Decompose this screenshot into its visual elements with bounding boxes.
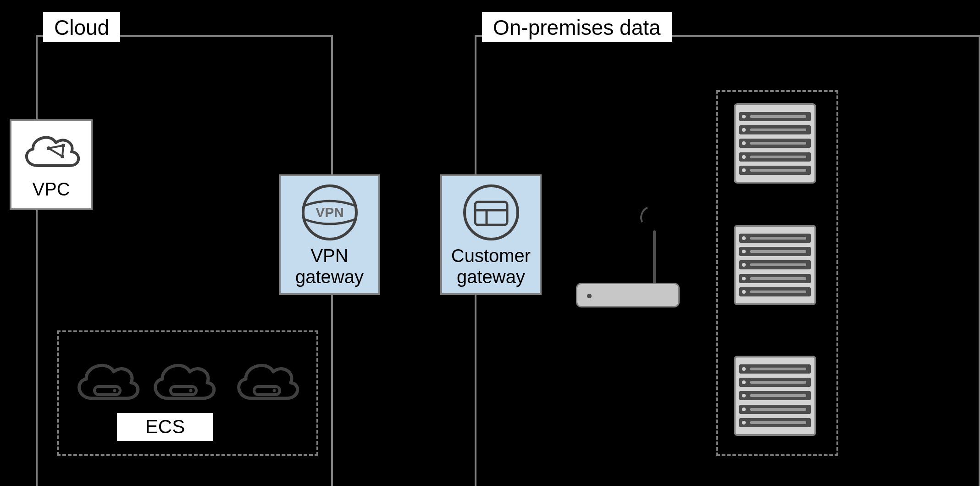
svg-point-12: [189, 389, 193, 392]
gateway-window-icon: [461, 183, 521, 242]
ecs-cloud-icon: [148, 356, 216, 411]
server-rack-unit: [739, 378, 811, 387]
ecs-group-label: ECS: [117, 413, 213, 441]
router-antenna-icon: [653, 230, 656, 285]
router: [576, 202, 681, 307]
svg-point-10: [113, 389, 116, 392]
customer-gateway-label-1: Customer: [451, 245, 531, 266]
router-led-icon: [587, 294, 592, 298]
vpn-gateway-label-1: VPN: [310, 245, 348, 266]
ecs-cloud-icon: [231, 356, 300, 411]
svg-point-14: [273, 389, 276, 392]
svg-rect-9: [94, 386, 120, 395]
server-rack-unit: [739, 274, 811, 283]
customer-gateway-label-2: gateway: [457, 266, 525, 287]
vpc-cloud-icon: [19, 130, 83, 176]
ecs-instance-3: [231, 356, 300, 411]
diagram-canvas: Cloud On-premises data VPC VPN VPN gatew…: [0, 0, 980, 486]
ecs-instance-1: [72, 356, 140, 411]
vpn-gateway-label-2: gateway: [295, 266, 364, 287]
server-rack-1: [734, 103, 816, 184]
server-rack-unit: [739, 405, 811, 414]
ecs-instance-2: [148, 356, 216, 411]
vpc-node: VPC: [10, 119, 93, 210]
server-rack-unit: [739, 287, 811, 296]
svg-rect-11: [171, 386, 196, 395]
vpc-label: VPC: [32, 179, 70, 200]
server-rack-unit: [739, 139, 811, 148]
server-rack-unit: [739, 152, 811, 162]
server-rack-3: [734, 356, 816, 436]
server-rack-unit: [739, 260, 811, 269]
server-rack-2: [734, 225, 816, 305]
ecs-cloud-icon: [72, 356, 140, 411]
svg-rect-13: [254, 386, 280, 395]
server-rack-unit: [739, 166, 811, 175]
svg-rect-6: [475, 202, 507, 225]
onprem-region-label: On-premises data: [482, 12, 672, 42]
server-rack-unit: [739, 112, 811, 121]
server-rack-unit: [739, 418, 811, 427]
server-rack-unit: [739, 247, 811, 256]
server-rack-unit: [739, 391, 811, 400]
svg-text:VPN: VPN: [316, 205, 344, 220]
customer-gateway-node: Customer gateway: [440, 174, 542, 295]
svg-point-5: [465, 186, 518, 239]
server-rack-unit: [739, 364, 811, 374]
router-wave-icon: [637, 202, 668, 233]
server-rack-unit: [739, 125, 811, 134]
cloud-region-label: Cloud: [43, 12, 120, 42]
server-rack-unit: [739, 234, 811, 243]
vpn-circle-icon: VPN: [300, 183, 360, 242]
vpn-gateway-node: VPN VPN gateway: [279, 174, 380, 295]
